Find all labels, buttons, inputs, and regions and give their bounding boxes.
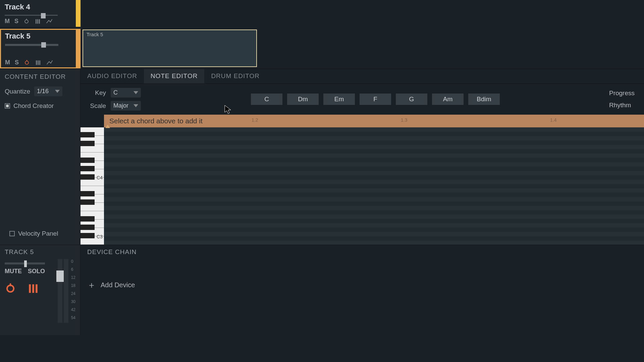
automation-icon[interactable]: [46, 18, 53, 25]
velocity-panel-label: Velocity Panel: [18, 230, 58, 237]
key-dropdown[interactable]: C: [111, 88, 141, 98]
track-name: Track 4: [5, 3, 71, 11]
chord-button[interactable]: G: [396, 94, 427, 105]
svg-rect-12: [29, 284, 31, 293]
progress-label[interactable]: Progress: [609, 89, 635, 97]
playhead-icon: [105, 125, 110, 128]
bottom-panel: TRACK 5 MUTE SOLO 0 6 12: [0, 245, 644, 335]
pan-slider[interactable]: [5, 262, 45, 264]
track-volume-slider-4[interactable]: [5, 15, 58, 16]
track-color-bar-5: [76, 29, 80, 68]
timeline-tick: 1.3: [401, 117, 407, 123]
chord-track-banner[interactable]: Select a chord above to add it 1.2 1.3 1…: [104, 115, 644, 127]
chord-button[interactable]: F: [360, 94, 391, 105]
svg-rect-14: [36, 284, 38, 293]
svg-rect-11: [10, 283, 11, 286]
track-header-4[interactable]: Track 4 M S: [0, 0, 76, 27]
chord-button[interactable]: Dm: [287, 94, 319, 105]
svg-rect-1: [26, 18, 27, 20]
svg-point-10: [7, 285, 14, 292]
scale-label: Scale: [90, 102, 106, 110]
timeline-area[interactable]: Track 5: [80, 0, 644, 69]
svg-rect-9: [39, 60, 40, 65]
timeline-tick: 1.2: [252, 117, 258, 123]
chord-button[interactable]: Bdim: [468, 94, 500, 105]
automation-icon[interactable]: [46, 59, 53, 66]
chevron-down-icon: [133, 104, 138, 107]
octave-label-c3: C3: [97, 234, 103, 239]
meter-scale: 0 6 12 18 24 30 42 54: [71, 259, 75, 320]
svg-rect-6: [26, 60, 27, 61]
clip-label: Track 5: [87, 32, 103, 37]
editor-tabs: AUDIO EDITOR NOTE EDITOR DRUM EDITOR: [80, 69, 644, 84]
device-chain-panel: DEVICE CHAIN ＋ Add Device: [80, 245, 644, 335]
svg-rect-3: [37, 19, 38, 23]
tracks-area: Track 4 M S Track 5 M S: [0, 0, 644, 69]
record-arm-icon[interactable]: [23, 18, 30, 25]
svg-rect-4: [39, 19, 40, 23]
scale-dropdown[interactable]: Major: [111, 101, 141, 111]
quantize-value: 1/16: [37, 88, 49, 95]
add-device-button[interactable]: ＋ Add Device: [87, 279, 637, 291]
track-panel-title: TRACK 5: [5, 248, 75, 256]
track-mixer-panel: TRACK 5 MUTE SOLO 0 6 12: [0, 245, 80, 335]
chord-button[interactable]: Em: [323, 94, 355, 105]
solo-button[interactable]: S: [14, 18, 18, 25]
chord-button[interactable]: Am: [432, 94, 464, 105]
svg-rect-13: [32, 284, 34, 293]
tab-audio-editor[interactable]: AUDIO EDITOR: [80, 69, 144, 83]
quantize-label: Quantize: [5, 88, 30, 95]
midi-icon[interactable]: [35, 18, 41, 25]
scale-value: Major: [113, 102, 128, 109]
mute-button[interactable]: M: [5, 59, 10, 66]
checkbox-icon: [9, 231, 15, 236]
level-meter[interactable]: 0 6 12 18 24 30 42 54: [58, 259, 75, 323]
svg-point-5: [25, 61, 29, 64]
chord-hint: Select a chord above to add it: [109, 117, 203, 125]
track-headers: Track 4 M S Track 5 M S: [0, 0, 80, 69]
key-scale-chord-row: Key C Scale Major C Dm Em: [80, 84, 644, 115]
key-label: Key: [90, 89, 106, 97]
midi-icon[interactable]: [35, 59, 42, 66]
track-volume-slider-5[interactable]: [5, 44, 58, 46]
tab-drum-editor[interactable]: DRUM EDITOR: [204, 69, 266, 83]
key-value: C: [113, 89, 118, 96]
track-color-bar-4: [76, 0, 80, 27]
svg-rect-2: [36, 19, 37, 23]
piano-keyboard[interactable]: C4 C3: [80, 127, 104, 245]
chord-creator-toggle[interactable]: Chord Creator: [5, 102, 75, 110]
rhythm-label[interactable]: Rhythm: [609, 102, 635, 109]
chord-creator-label: Chord Creator: [13, 102, 54, 110]
content-editor-title: CONTENT EDITOR: [5, 73, 75, 80]
checkbox-icon: [5, 103, 10, 109]
add-device-label: Add Device: [101, 281, 135, 289]
tab-note-editor[interactable]: NOTE EDITOR: [144, 69, 205, 83]
chevron-down-icon: [55, 90, 60, 93]
fader-handle[interactable]: [56, 270, 64, 282]
mute-button[interactable]: M: [5, 18, 10, 25]
svg-rect-7: [36, 60, 37, 65]
chevron-down-icon: [133, 91, 138, 94]
right-option-labels: Progress Rhythm: [609, 89, 635, 109]
chord-buttons: C Dm Em F G Am Bdim: [251, 94, 500, 105]
timeline-tick: 1.4: [550, 117, 556, 123]
editor-main: AUDIO EDITOR NOTE EDITOR DRUM EDITOR Key…: [80, 69, 644, 245]
midi-icon[interactable]: [28, 283, 39, 294]
midi-clip[interactable]: Track 5: [83, 29, 257, 67]
record-arm-icon[interactable]: [23, 59, 30, 66]
solo-button-large[interactable]: SOLO: [28, 268, 45, 275]
mute-button-large[interactable]: MUTE: [5, 268, 22, 275]
piano-roll: C4 C3: [80, 127, 644, 245]
note-grid[interactable]: [104, 127, 644, 245]
device-chain-title: DEVICE CHAIN: [87, 248, 637, 256]
svg-rect-8: [38, 60, 39, 65]
record-arm-icon[interactable]: [5, 283, 16, 294]
velocity-panel-toggle[interactable]: Velocity Panel: [5, 227, 75, 241]
solo-button[interactable]: S: [15, 59, 19, 66]
track-name: Track 5: [5, 32, 72, 41]
track-header-5[interactable]: Track 5 M S: [0, 29, 76, 68]
editor-section: CONTENT EDITOR Quantize 1/16 Chord Creat…: [0, 69, 644, 245]
chord-button[interactable]: C: [251, 94, 282, 105]
quantize-dropdown[interactable]: 1/16: [34, 86, 62, 96]
content-editor-panel: CONTENT EDITOR Quantize 1/16 Chord Creat…: [0, 69, 80, 245]
